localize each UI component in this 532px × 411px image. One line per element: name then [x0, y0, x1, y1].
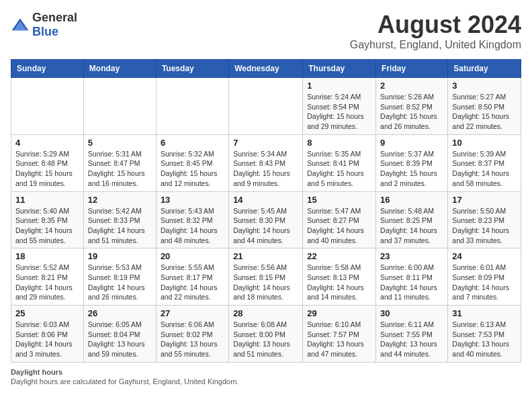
- day-cell: 28Sunrise: 6:08 AM Sunset: 8:00 PM Dayli…: [229, 306, 303, 363]
- column-header-monday: Monday: [83, 60, 156, 78]
- day-cell: 17Sunrise: 5:50 AM Sunset: 8:23 PM Dayli…: [448, 191, 521, 248]
- week-row-2: 4Sunrise: 5:29 AM Sunset: 8:48 PM Daylig…: [11, 134, 521, 191]
- day-info: Sunrise: 6:10 AM Sunset: 7:57 PM Dayligh…: [307, 320, 371, 359]
- day-info: Sunrise: 6:08 AM Sunset: 8:00 PM Dayligh…: [233, 320, 298, 359]
- day-info: Sunrise: 6:03 AM Sunset: 8:06 PM Dayligh…: [15, 320, 79, 359]
- day-cell: 21Sunrise: 5:56 AM Sunset: 8:15 PM Dayli…: [229, 248, 303, 306]
- day-cell: 30Sunrise: 6:11 AM Sunset: 7:55 PM Dayli…: [376, 306, 448, 363]
- day-cell: 2Sunrise: 5:26 AM Sunset: 8:52 PM Daylig…: [376, 78, 448, 135]
- day-cell: 18Sunrise: 5:52 AM Sunset: 8:21 PM Dayli…: [11, 248, 84, 306]
- day-number: 10: [452, 138, 517, 148]
- day-info: Sunrise: 5:43 AM Sunset: 8:32 PM Dayligh…: [161, 206, 224, 246]
- footer-text: Daylight hours are calculated for Gayhur…: [11, 377, 521, 385]
- day-number: 8: [307, 138, 371, 148]
- day-number: 31: [452, 308, 517, 318]
- day-number: 26: [88, 308, 152, 318]
- day-info: Sunrise: 6:00 AM Sunset: 8:11 PM Dayligh…: [380, 263, 443, 302]
- day-cell: 20Sunrise: 5:55 AM Sunset: 8:17 PM Dayli…: [156, 248, 228, 306]
- day-number: 20: [161, 251, 224, 261]
- day-info: Sunrise: 5:31 AM Sunset: 8:47 PM Dayligh…: [88, 149, 152, 189]
- day-cell: 7Sunrise: 5:34 AM Sunset: 8:43 PM Daylig…: [229, 134, 303, 191]
- footer-title: Daylight hours: [11, 368, 521, 376]
- logo-blue: Blue: [32, 25, 58, 38]
- day-number: 27: [161, 308, 224, 318]
- day-cell: 19Sunrise: 5:53 AM Sunset: 8:19 PM Dayli…: [83, 248, 156, 306]
- column-header-friday: Friday: [376, 60, 448, 78]
- logo-icon: [11, 17, 30, 32]
- logo-text: General Blue: [32, 11, 77, 39]
- day-number: 4: [15, 138, 79, 148]
- day-cell: 11Sunrise: 5:40 AM Sunset: 8:35 PM Dayli…: [11, 191, 84, 248]
- day-info: Sunrise: 5:55 AM Sunset: 8:17 PM Dayligh…: [161, 263, 224, 302]
- day-number: 2: [380, 81, 443, 91]
- day-info: Sunrise: 5:27 AM Sunset: 8:50 PM Dayligh…: [452, 92, 517, 132]
- day-info: Sunrise: 5:24 AM Sunset: 8:54 PM Dayligh…: [307, 92, 371, 132]
- day-number: 21: [233, 251, 298, 261]
- day-number: 9: [380, 138, 443, 148]
- day-cell: 3Sunrise: 5:27 AM Sunset: 8:50 PM Daylig…: [448, 78, 521, 135]
- day-info: Sunrise: 5:37 AM Sunset: 8:39 PM Dayligh…: [380, 149, 443, 189]
- day-cell: [83, 78, 156, 135]
- calendar-header-row: SundayMondayTuesdayWednesdayThursdayFrid…: [11, 60, 521, 78]
- day-cell: 31Sunrise: 6:13 AM Sunset: 7:53 PM Dayli…: [448, 306, 521, 363]
- day-info: Sunrise: 5:40 AM Sunset: 8:35 PM Dayligh…: [15, 206, 79, 246]
- week-row-4: 18Sunrise: 5:52 AM Sunset: 8:21 PM Dayli…: [11, 248, 521, 306]
- day-number: 28: [233, 308, 298, 318]
- day-number: 3: [452, 81, 517, 91]
- day-number: 6: [161, 138, 224, 148]
- day-cell: 22Sunrise: 5:58 AM Sunset: 8:13 PM Dayli…: [303, 248, 376, 306]
- day-info: Sunrise: 5:48 AM Sunset: 8:25 PM Dayligh…: [380, 206, 443, 246]
- day-number: 25: [15, 308, 79, 318]
- day-number: 11: [15, 195, 79, 205]
- day-cell: 12Sunrise: 5:42 AM Sunset: 8:33 PM Dayli…: [83, 191, 156, 248]
- day-number: 24: [452, 251, 517, 261]
- day-cell: 5Sunrise: 5:31 AM Sunset: 8:47 PM Daylig…: [83, 134, 156, 191]
- day-number: 19: [88, 251, 152, 261]
- day-info: Sunrise: 5:56 AM Sunset: 8:15 PM Dayligh…: [233, 263, 298, 302]
- day-info: Sunrise: 5:35 AM Sunset: 8:41 PM Dayligh…: [307, 149, 371, 189]
- week-row-1: 1Sunrise: 5:24 AM Sunset: 8:54 PM Daylig…: [11, 78, 521, 135]
- day-cell: 25Sunrise: 6:03 AM Sunset: 8:06 PM Dayli…: [11, 306, 84, 363]
- column-header-tuesday: Tuesday: [156, 60, 228, 78]
- day-info: Sunrise: 5:29 AM Sunset: 8:48 PM Dayligh…: [15, 149, 79, 189]
- day-info: Sunrise: 5:53 AM Sunset: 8:19 PM Dayligh…: [88, 263, 152, 302]
- page-title: August 2024: [350, 11, 521, 39]
- day-number: 23: [380, 251, 443, 261]
- day-info: Sunrise: 5:50 AM Sunset: 8:23 PM Dayligh…: [452, 206, 517, 246]
- day-cell: 23Sunrise: 6:00 AM Sunset: 8:11 PM Dayli…: [376, 248, 448, 306]
- day-info: Sunrise: 5:34 AM Sunset: 8:43 PM Dayligh…: [233, 149, 298, 189]
- day-number: 5: [88, 138, 152, 148]
- day-cell: 15Sunrise: 5:47 AM Sunset: 8:27 PM Dayli…: [303, 191, 376, 248]
- day-info: Sunrise: 6:13 AM Sunset: 7:53 PM Dayligh…: [452, 320, 517, 359]
- day-info: Sunrise: 5:58 AM Sunset: 8:13 PM Dayligh…: [307, 263, 371, 302]
- day-cell: 10Sunrise: 5:39 AM Sunset: 8:37 PM Dayli…: [448, 134, 521, 191]
- column-header-sunday: Sunday: [11, 60, 84, 78]
- day-cell: 14Sunrise: 5:45 AM Sunset: 8:30 PM Dayli…: [229, 191, 303, 248]
- logo-general: General: [32, 11, 77, 24]
- day-number: 18: [15, 251, 79, 261]
- day-number: 13: [161, 195, 224, 205]
- day-cell: 6Sunrise: 5:32 AM Sunset: 8:45 PM Daylig…: [156, 134, 228, 191]
- day-info: Sunrise: 5:26 AM Sunset: 8:52 PM Dayligh…: [380, 92, 443, 132]
- column-header-wednesday: Wednesday: [229, 60, 303, 78]
- day-cell: 29Sunrise: 6:10 AM Sunset: 7:57 PM Dayli…: [303, 306, 376, 363]
- day-cell: 27Sunrise: 6:06 AM Sunset: 8:02 PM Dayli…: [156, 306, 228, 363]
- day-cell: 8Sunrise: 5:35 AM Sunset: 8:41 PM Daylig…: [303, 134, 376, 191]
- day-number: 14: [233, 195, 298, 205]
- day-cell: [156, 78, 228, 135]
- day-info: Sunrise: 6:11 AM Sunset: 7:55 PM Dayligh…: [380, 320, 443, 359]
- week-row-5: 25Sunrise: 6:03 AM Sunset: 8:06 PM Dayli…: [11, 306, 521, 363]
- day-cell: 9Sunrise: 5:37 AM Sunset: 8:39 PM Daylig…: [376, 134, 448, 191]
- day-number: 29: [307, 308, 371, 318]
- calendar-table: SundayMondayTuesdayWednesdayThursdayFrid…: [11, 59, 521, 363]
- day-number: 12: [88, 195, 152, 205]
- page-header: General Blue August 2024 Gayhurst, Engla…: [11, 11, 521, 51]
- day-number: 22: [307, 251, 371, 261]
- day-cell: 26Sunrise: 6:05 AM Sunset: 8:04 PM Dayli…: [83, 306, 156, 363]
- footer: Daylight hours Daylight hours are calcul…: [11, 368, 521, 385]
- day-info: Sunrise: 5:45 AM Sunset: 8:30 PM Dayligh…: [233, 206, 298, 246]
- day-cell: 4Sunrise: 5:29 AM Sunset: 8:48 PM Daylig…: [11, 134, 84, 191]
- day-number: 15: [307, 195, 371, 205]
- day-cell: 1Sunrise: 5:24 AM Sunset: 8:54 PM Daylig…: [303, 78, 376, 135]
- day-number: 30: [380, 308, 443, 318]
